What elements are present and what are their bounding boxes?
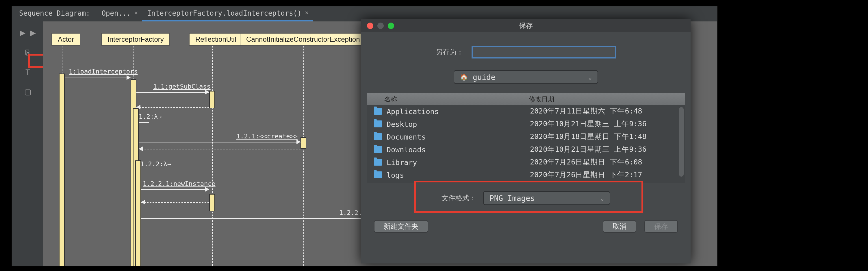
arrow: [136, 92, 209, 93]
play-buttons[interactable]: ▶ ▶: [17, 27, 38, 38]
diagram-toolbar: ▶ ▶ ⎘ T ▢: [12, 21, 43, 266]
arrowhead-icon: [297, 140, 301, 144]
file-name: Desktop: [386, 119, 530, 128]
save-label: 保存: [654, 221, 668, 231]
home-icon: 🏠: [460, 73, 468, 81]
folder-icon: [374, 159, 382, 166]
tab-load-interceptors[interactable]: InterceptorFactory.loadInterceptors() ✕: [143, 6, 313, 21]
directory-select[interactable]: 🏠 guide ⌄: [454, 70, 598, 84]
file-name: Applications: [386, 107, 530, 115]
folder-icon: [374, 146, 382, 153]
table-row[interactable]: Applications2020年7月11日星期六 下午6:48: [367, 105, 685, 117]
participant-reflection[interactable]: ReflectionUtil: [189, 33, 242, 46]
format-value: PNG Images: [490, 194, 535, 202]
msg-load-interceptors[interactable]: 1:loadInterceptors: [69, 68, 137, 75]
activation: [209, 91, 215, 108]
tab-prefix: Sequence Diagram:: [12, 6, 97, 21]
arrowhead-icon: [127, 75, 131, 80]
file-date: 2020年10月18日星期日 下午1:48: [530, 132, 685, 142]
file-date: 2020年7月26日星期日 下午6:08: [530, 157, 685, 167]
arrowhead-icon: [205, 187, 209, 192]
msg-lambda-2[interactable]: 1.2.2:λ→: [141, 160, 171, 168]
msg-lambda-1[interactable]: 1.2:λ→: [139, 113, 162, 120]
col-name[interactable]: 名称: [367, 93, 524, 105]
lifeline: [303, 46, 304, 266]
dialog-title: 保存: [361, 21, 690, 30]
lifeline: [212, 46, 213, 266]
file-name: logs: [386, 170, 530, 179]
folder-icon: [374, 120, 382, 127]
file-date: 2020年10月21日星期三 上午9:36: [530, 119, 685, 129]
table-row[interactable]: logs2020年7月26日星期日 下午2:17: [367, 168, 685, 181]
file-name: Documents: [386, 132, 530, 141]
new-folder-button[interactable]: 新建文件夹: [374, 220, 428, 233]
chevron-down-icon: ⌄: [588, 74, 592, 80]
folder-icon: [374, 108, 382, 115]
new-folder-label: 新建文件夹: [384, 221, 418, 231]
text-tool-icon[interactable]: T: [23, 66, 33, 77]
arrow: [65, 78, 131, 78]
return-arrow: [141, 202, 209, 203]
arrow: [139, 142, 301, 142]
cancel-button[interactable]: 取消: [603, 220, 636, 233]
msg-new-instance[interactable]: 1.2.2.1:newInstance: [143, 180, 216, 188]
participant-actor[interactable]: Actor: [52, 33, 80, 46]
titlebar[interactable]: 保存: [361, 19, 690, 32]
file-format-select[interactable]: PNG Images ⌄: [483, 191, 610, 205]
file-name: Downloads: [386, 145, 530, 154]
folder-icon: [374, 133, 382, 140]
activation: [135, 160, 141, 266]
file-browser[interactable]: 名称 修改日期 Applications2020年7月11日星期六 下午6:48…: [367, 93, 685, 183]
saveas-input[interactable]: [471, 46, 616, 58]
arrow: [141, 189, 209, 190]
file-name: Library: [386, 158, 530, 166]
table-row[interactable]: Downloads2020年10月21日星期三 上午9:36: [367, 143, 685, 156]
cancel-label: 取消: [613, 221, 626, 231]
file-date: 2020年10月21日星期三 上午9:36: [530, 144, 685, 154]
folder-icon: [374, 171, 382, 178]
close-icon[interactable]: ✕: [305, 9, 309, 16]
format-label: 文件格式：: [441, 193, 476, 203]
chevron-down-icon: ⌄: [600, 195, 604, 201]
arrowhead-icon: [139, 146, 143, 151]
box-tool-icon[interactable]: ▢: [23, 86, 33, 97]
participant-exception[interactable]: CannotInitializeConstructorException: [240, 33, 366, 46]
close-icon[interactable]: ✕: [134, 9, 138, 16]
msg-get-subclass[interactable]: 1.1:getSubClass: [153, 83, 211, 90]
activation: [209, 194, 215, 211]
save-button[interactable]: 保存: [644, 220, 678, 233]
return-arrow: [139, 149, 301, 150]
scrollbar[interactable]: [679, 107, 684, 177]
file-date: 2020年7月26日星期日 下午2:17: [530, 170, 685, 180]
saveas-label: 另存为：: [436, 47, 463, 57]
participant-factory[interactable]: InterceptorFactory: [101, 33, 170, 46]
activation: [301, 137, 306, 149]
activation: [59, 74, 65, 266]
table-row[interactable]: Desktop2020年10月21日星期三 上午9:36: [367, 117, 685, 130]
tab-load-label: InterceptorFactory.loadInterceptors(): [147, 9, 302, 17]
arrowhead-icon: [141, 200, 145, 205]
col-date[interactable]: 修改日期: [524, 93, 685, 105]
save-dialog: 保存 另存为： 🏠 guide ⌄ 名称 修改日期 Applications20…: [361, 19, 690, 264]
table-row[interactable]: Documents2020年10月18日星期日 下午1:48: [367, 130, 685, 143]
arrow: [141, 218, 372, 219]
arrowhead-icon: [136, 105, 141, 109]
arrow: [139, 122, 149, 123]
msg-create[interactable]: 1.2.1:<<create>>: [236, 133, 298, 140]
arrow: [141, 170, 151, 170]
table-header: 名称 修改日期: [367, 93, 685, 105]
file-date: 2020年7月11日星期六 下午6:48: [530, 106, 685, 116]
tab-open[interactable]: Open... ✕: [97, 6, 143, 21]
export-icon[interactable]: ⎘: [23, 47, 33, 57]
play-icon[interactable]: ▶: [28, 27, 38, 38]
arrowhead-icon: [205, 90, 209, 94]
directory-name: guide: [473, 73, 495, 81]
table-row[interactable]: Library2020年7月26日星期日 下午6:08: [367, 156, 685, 168]
return-arrow: [136, 107, 209, 108]
tab-open-label: Open...: [102, 9, 131, 17]
play-icon[interactable]: ▶: [17, 27, 28, 38]
